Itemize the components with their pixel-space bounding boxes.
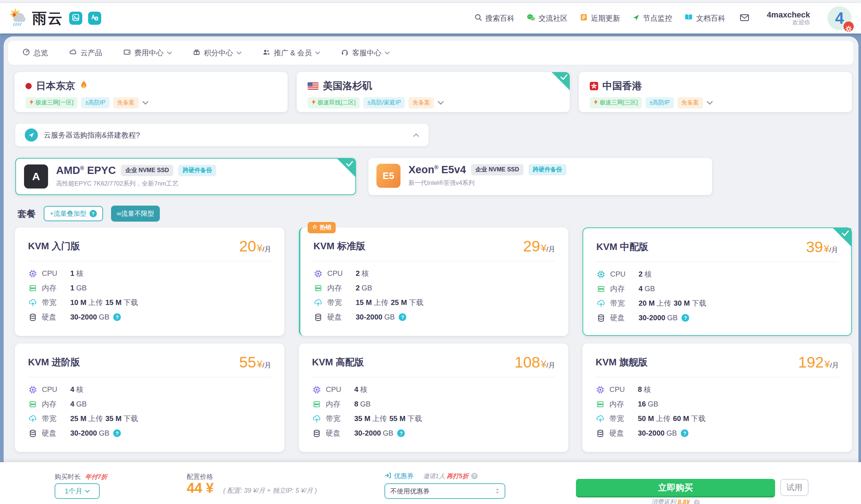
bolt-icon (29, 99, 33, 106)
wallet-icon (123, 48, 131, 57)
translate-icon (91, 13, 99, 23)
region-list: 日本东京 极速三网[一区] ±高防IP 免备案 美国洛杉矶 极速双线[二区] ±… (15, 72, 852, 112)
no-icp-tag: 免备案 (678, 97, 703, 108)
package-label: 套餐 (17, 208, 36, 220)
user-block[interactable]: 4maxcheck 欢迎你 (767, 10, 810, 26)
memory-icon (313, 284, 323, 293)
disk-help-badge[interactable]: ? (682, 314, 689, 322)
coupon-help-badge[interactable]: ? (471, 473, 478, 479)
trial-button[interactable]: 试用 (780, 479, 809, 496)
disk-icon (312, 429, 321, 438)
chevron-down-icon (85, 490, 90, 493)
plan-card-entry[interactable]: KVM 入门版 20¥/月 CPU 1核 内存 1GB 带宽 10 M上传15 … (15, 227, 284, 336)
disk-help-badge[interactable]: ? (681, 429, 688, 437)
sort-arrows-icon (495, 488, 499, 494)
spec-cpu: CPU 1核 (28, 269, 271, 278)
secondary-nav: 总览 云产品 费用中心 积分中心 推广 & 会员 客服中心 (8, 41, 853, 65)
plan-name: KVM 进阶版 (28, 356, 80, 369)
nav-billing[interactable]: 费用中心 (123, 48, 172, 58)
plan-card-flagship[interactable]: KVM 旗舰版 192¥/月 CPU 8核 内存 16GB 带宽 50 M上传6… (582, 344, 852, 452)
gear-badge[interactable] (844, 21, 854, 32)
cpu-chip-icon (596, 270, 606, 279)
menu-community[interactable]: 交流社区 (527, 13, 568, 23)
ddos-tag: ±高防IP (645, 97, 674, 108)
chevron-down-icon (385, 51, 390, 55)
spec-disk: 硬盘 30-2000GB? (596, 313, 838, 323)
nav-overview[interactable]: 总览 (23, 48, 48, 58)
nav-arrow-icon (632, 14, 640, 23)
chevron-down-icon[interactable] (142, 101, 149, 105)
disk-icon (28, 429, 37, 438)
menu-docs[interactable]: 文档百科 (684, 13, 725, 23)
mail-button[interactable] (740, 14, 749, 23)
cpu-card-xeon[interactable]: E5 Xeon® E5v4 企业 NVME SSD 跨硬件备份 新一代Intel… (368, 158, 712, 195)
compass-icon (25, 128, 38, 142)
spec-disk: 硬盘 30-2000GB? (596, 428, 839, 438)
gear-icon (845, 17, 852, 36)
spec-cpu: CPU 2核 (596, 269, 838, 279)
cpu-title: Xeon® E5v4 (408, 164, 466, 176)
region-card-losangeles[interactable]: 美国洛杉矶 极速双线[二区] ±高防/家庭IP 免备案 (297, 72, 570, 112)
chevron-up-icon[interactable] (413, 133, 419, 137)
menu-search-wiki[interactable]: 搜索百科 (474, 13, 514, 23)
disk-help-badge[interactable]: ? (397, 429, 405, 437)
avatar[interactable]: 4 (828, 6, 852, 30)
plan-name: KVM 入门版 (28, 240, 80, 253)
plan-card-high[interactable]: KVM 高配版 108¥/月 CPU 4核 内存 8GB 带宽 35 M上传55… (299, 344, 568, 452)
nav-cloud-products[interactable]: 云产品 (69, 48, 102, 58)
help-badge[interactable]: ? (90, 210, 97, 217)
hot-badge: 热销 (308, 222, 336, 233)
chevron-down-icon[interactable] (438, 101, 444, 105)
spec-cpu: CPU 2核 (313, 269, 555, 278)
duration-select[interactable]: 1个月 (55, 483, 100, 499)
spec-bandwidth: 带宽 20 M上传30 M下载 (596, 298, 838, 308)
star-icon (312, 224, 317, 231)
package-tabs: 套餐 +流量叠加型 ? ∞流量不限型 (17, 206, 160, 222)
weather-logo-icon (9, 9, 28, 28)
nav-points[interactable]: 积分中心 (193, 48, 241, 58)
cpu-desc: 新一代Intel®至强v4系列 (408, 179, 566, 187)
translate-button[interactable] (88, 12, 101, 25)
disk-help-badge[interactable]: ? (113, 313, 121, 321)
speed-tag: 极速三网[一区] (25, 97, 78, 108)
menu-node-monitor[interactable]: 节点监控 (632, 13, 672, 23)
plan-card-advanced[interactable]: KVM 进阶版 55¥/月 CPU 4核 内存 4GB 带宽 25 M上传35 … (15, 344, 284, 452)
buy-now-button[interactable]: 立即购买 (576, 479, 775, 497)
gallery-icon (72, 13, 80, 23)
gallery-button[interactable] (69, 12, 82, 25)
gift-icon (193, 48, 200, 57)
check-icon (346, 161, 353, 168)
plan-card-standard[interactable]: 热销 KVM 标准版 29¥/月 CPU 2核 内存 2GB 带宽 15 M上传… (299, 227, 568, 336)
plan-name: KVM 标准版 (313, 240, 366, 253)
plan-name: KVM 高配版 (312, 356, 364, 369)
price-block: 44 ¥ ( 配置: 39 ¥/月 + 独立IP: 5 ¥/月 ) (187, 480, 317, 496)
invite-discount: 再打5折 (446, 472, 468, 480)
disk-help-badge[interactable]: ? (113, 429, 121, 437)
menu-updates[interactable]: 近期更新 (580, 13, 620, 23)
spec-memory: 内存 8GB (312, 399, 555, 409)
region-card-tokyo[interactable]: 日本东京 极速三网[一区] ±高防IP 免备案 (15, 72, 288, 112)
region-card-hongkong[interactable]: 中国香港 极速三网[三区] ±高防IP 免备案 (579, 72, 852, 112)
plan-name: KVM 中配版 (596, 241, 648, 253)
cpu-chip-icon (596, 385, 605, 394)
chevron-down-icon[interactable] (707, 101, 713, 105)
rebate-help-badge[interactable]: ? (694, 500, 700, 504)
disk-help-badge[interactable]: ? (399, 313, 406, 321)
cpu-card-amd[interactable]: A AMD® EPYC 企业 NVME SSD 跨硬件备份 高性能EPYC 7K… (15, 158, 356, 195)
nav-support[interactable]: 客服中心 (341, 48, 390, 58)
spec-disk: 硬盘 30-2000GB? (312, 428, 555, 438)
plan-card-mid[interactable]: KVM 中配版 39¥/月 CPU 2核 内存 4GB 带宽 20 M上传30 … (582, 227, 852, 336)
chevron-down-icon (315, 51, 320, 55)
spec-memory: 内存 4GB (28, 399, 271, 409)
memory-icon (596, 400, 605, 409)
cloud-upload-icon (596, 299, 606, 308)
brand-logo[interactable]: 雨云 (9, 8, 63, 28)
nav-referral[interactable]: 推广 & 会员 (262, 48, 320, 58)
invite-text: 邀请1人 (423, 472, 445, 480)
coupon-select[interactable]: 不使用优惠券 (384, 483, 505, 499)
tab-traffic-unlimited[interactable]: ∞流量不限型 (111, 206, 160, 222)
header: 雨云 搜索百科 交流社区 (0, 3, 861, 33)
tab-traffic-overlay[interactable]: +流量叠加型 ? (44, 206, 103, 221)
price-label: 配置价格 (187, 472, 213, 481)
guide-banner[interactable]: 云服务器选购指南&搭建教程? (15, 124, 428, 146)
